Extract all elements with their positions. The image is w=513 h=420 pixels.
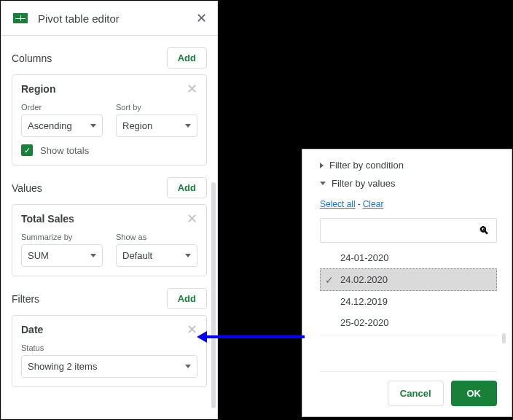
filter-by-values-row[interactable]: Filter by values xyxy=(320,178,497,189)
summarize-select[interactable]: SUM xyxy=(21,244,103,267)
list-item[interactable]: 24-01-2020 xyxy=(320,247,497,268)
list-item[interactable]: ✓24.02.2020 xyxy=(320,268,497,291)
order-label: Order xyxy=(21,103,103,112)
status-label: Status xyxy=(21,343,197,352)
chevron-down-icon xyxy=(185,124,191,128)
sheets-icon xyxy=(13,13,28,23)
close-icon[interactable]: ✕ xyxy=(196,12,207,25)
chevron-right-icon xyxy=(320,163,324,168)
list-item[interactable]: 25-02-2020 xyxy=(320,312,497,333)
status-select[interactable]: Showing 2 items xyxy=(21,355,197,378)
pivot-table-editor-panel: Pivot table editor ✕ Columns Add Region … xyxy=(1,1,218,419)
sortby-select[interactable]: Region xyxy=(116,114,197,137)
chevron-down-icon xyxy=(185,365,191,368)
ok-button[interactable]: OK xyxy=(451,381,498,406)
search-input-wrap: 🔍︎ xyxy=(320,218,497,243)
panel-title: Pivot table editor xyxy=(38,12,196,25)
scrollbar[interactable] xyxy=(211,182,216,408)
columns-heading: Columns xyxy=(12,52,52,64)
list-item[interactable]: 24.12.2019 xyxy=(320,291,497,312)
order-select[interactable]: Ascending xyxy=(21,114,103,137)
divider xyxy=(320,335,497,335)
clear-link[interactable]: Clear xyxy=(363,199,384,209)
remove-value-icon[interactable]: ✕ xyxy=(187,212,197,225)
check-icon: ✓ xyxy=(24,147,31,155)
summarize-label: Summarize by xyxy=(21,233,103,241)
sortby-label: Sort by xyxy=(116,103,197,112)
chevron-down-icon xyxy=(320,182,326,185)
filter-by-condition-row[interactable]: Filter by condition xyxy=(320,160,497,171)
filter-card-date: Date ✕ Status Showing 2 items xyxy=(12,315,207,387)
value-card-total-sales: Total Sales ✕ Summarize by SUM Show as D… xyxy=(12,204,207,276)
chevron-down-icon xyxy=(90,124,96,128)
select-all-link[interactable]: Select all xyxy=(320,199,356,209)
filters-heading: Filters xyxy=(12,293,39,305)
showas-label: Show as xyxy=(116,233,197,241)
add-value-button[interactable]: Add xyxy=(167,177,207,198)
sortby-value: Region xyxy=(122,120,152,131)
scrollbar[interactable] xyxy=(502,333,506,343)
status-value: Showing 2 items xyxy=(28,361,97,372)
add-filter-button[interactable]: Add xyxy=(167,288,207,309)
filter-card-title: Date xyxy=(21,324,43,335)
summarize-value: SUM xyxy=(28,250,49,261)
values-heading: Values xyxy=(12,182,42,194)
check-icon: ✓ xyxy=(325,274,334,286)
column-card-region: Region ✕ Order Ascending Sort by Region xyxy=(12,74,207,166)
showas-value: Default xyxy=(122,250,152,261)
column-card-title: Region xyxy=(21,83,55,95)
filter-by-values-label: Filter by values xyxy=(332,178,395,189)
showas-select[interactable]: Default xyxy=(116,244,197,267)
remove-filter-icon[interactable]: ✕ xyxy=(187,323,197,336)
chevron-down-icon xyxy=(185,254,191,257)
remove-column-icon[interactable]: ✕ xyxy=(187,82,197,96)
search-icon[interactable]: 🔍︎ xyxy=(479,225,489,236)
panel-header: Pivot table editor ✕ xyxy=(1,1,217,36)
add-column-button[interactable]: Add xyxy=(167,47,207,69)
filter-by-condition-label: Filter by condition xyxy=(329,160,404,171)
chevron-down-icon xyxy=(90,254,96,257)
value-card-title: Total Sales xyxy=(21,213,74,225)
search-input[interactable] xyxy=(328,225,479,236)
show-totals-label: Show totals xyxy=(40,145,89,156)
cancel-button[interactable]: Cancel xyxy=(388,381,444,406)
show-totals-checkbox[interactable]: ✓ xyxy=(21,144,33,156)
filter-values-popup: Filter by condition Filter by values Sel… xyxy=(302,149,512,417)
order-value: Ascending xyxy=(28,120,72,131)
